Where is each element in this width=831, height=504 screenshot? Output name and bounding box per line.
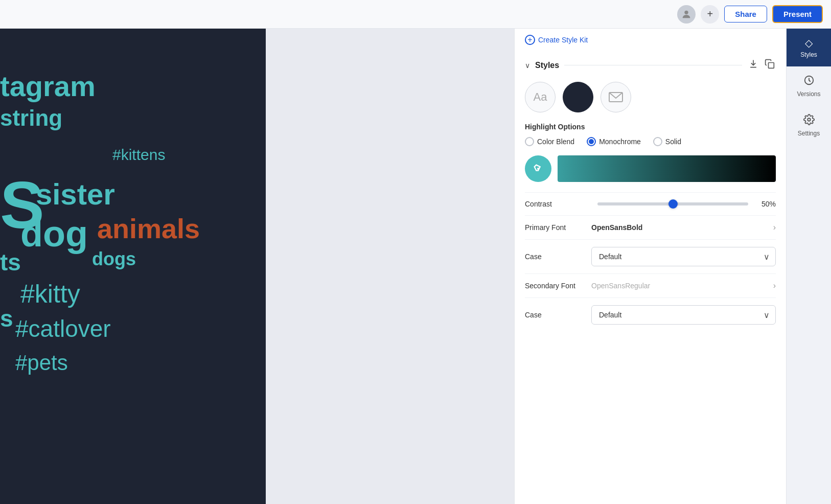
styles-nav-label: Styles [800,51,817,58]
highlight-radio-row: Color Blend Monochrome Solid [525,137,776,146]
color-gradient-bar[interactable] [558,155,776,182]
download-styles-button[interactable] [747,58,759,73]
contrast-row: Contrast 50% [525,192,776,215]
slider-track [597,202,748,205]
primary-font-value: OpenSansBold [591,223,773,232]
color-blend-radio[interactable]: Color Blend [525,137,574,146]
contrast-slider[interactable] [597,202,748,205]
svg-rect-1 [769,63,774,68]
word-cloud-word: #pets [15,351,68,375]
create-style-kit-link[interactable]: + Create Style Kit [515,29,786,45]
word-cloud-word: #kitty [20,279,80,309]
solid-label: Solid [665,138,681,146]
svg-point-3 [538,168,539,169]
sidebar-item-versions[interactable]: Versions [787,66,831,106]
main-layout: tagramstringSsister#kittensdoganimalstsd… [0,29,831,504]
monochrome-radio[interactable]: Monochrome [587,137,641,146]
primary-font-label: Primary Font [525,223,591,232]
canvas-area: tagramstringSsister#kittensdoganimalstsd… [0,29,514,504]
case-select-1[interactable]: Default Uppercase Lowercase Capitalize [591,247,776,266]
case-select-wrapper-1: Default Uppercase Lowercase Capitalize ∨ [591,247,776,266]
word-cloud-word: dogs [92,248,136,270]
styles-nav-icon: ◇ [805,37,813,49]
primary-font-row[interactable]: Primary Font OpenSansBold › [525,215,776,239]
word-cloud-word: #catlover [15,315,111,342]
create-style-kit-label: Create Style Kit [538,36,588,44]
settings-nav-label: Settings [798,130,820,137]
share-button[interactable]: Share [724,6,767,22]
styles-title: Styles [535,61,559,70]
highlight-options-label: Highlight Options [525,123,776,131]
present-button[interactable]: Present [772,5,823,23]
style-icons-row: Aa [525,82,776,112]
styles-header-divider [564,65,742,65]
contrast-label: Contrast [525,200,591,208]
color-blend-label: Color Blend [537,138,574,146]
settings-nav-icon [803,114,815,128]
sidebar-item-settings[interactable]: Settings [787,106,831,145]
sidebar-item-styles[interactable]: ◇ Styles [787,29,831,66]
styles-section: ∨ Styles Aa [515,50,786,340]
topbar: + Share Present [0,0,831,29]
monochrome-label: Monochrome [599,138,641,146]
secondary-font-value: OpenSansRegular [591,282,773,290]
monochrome-radio-inner [589,139,594,144]
font-style-icon[interactable]: Aa [525,82,556,112]
word-cloud-word: tagram [0,70,96,103]
slider-thumb[interactable] [668,199,678,209]
case-label-2: Case [525,311,591,319]
styles-header: ∨ Styles [525,58,776,73]
word-cloud-word: dog [20,213,88,255]
word-cloud-word: s [0,305,13,332]
styles-header-actions [747,58,776,73]
secondary-font-chevron-icon: › [773,281,776,290]
case-select-wrapper-2: Default Uppercase Lowercase Capitalize ∨ [591,305,776,325]
layout-style-icon[interactable] [601,82,631,112]
plus-circle-icon: + [525,35,535,45]
user-avatar [677,5,696,24]
word-cloud-word: sister [36,177,115,211]
word-cloud-word: string [0,105,62,131]
word-cloud: tagramstringSsister#kittensdoganimalstsd… [0,29,266,504]
versions-nav-label: Versions [797,90,820,98]
svg-point-5 [807,118,811,121]
color-blend-radio-outer [525,137,534,146]
svg-point-0 [685,10,688,14]
monochrome-radio-outer [587,137,596,146]
solid-radio[interactable]: Solid [653,137,681,146]
right-panel: + Create Style Kit ∨ Styles [514,29,831,504]
word-cloud-word: ts [0,248,21,276]
case-select-2[interactable]: Default Uppercase Lowercase Capitalize [591,305,776,325]
case-label-1: Case [525,253,591,261]
color-bar-row [525,155,776,182]
versions-nav-icon [803,75,815,88]
side-nav: ◇ Styles Versions Settings [786,29,831,504]
styles-panel: + Create Style Kit ∨ Styles [514,29,786,504]
secondary-font-row[interactable]: Secondary Font OpenSansRegular › [525,273,776,297]
case-row-2: Case Default Uppercase Lowercase Capital… [525,297,776,332]
styles-chevron-icon[interactable]: ∨ [525,61,530,70]
word-cloud-word: animals [97,213,200,244]
secondary-font-label: Secondary Font [525,282,591,290]
solid-radio-outer [653,137,662,146]
case-row-1: Case Default Uppercase Lowercase Capital… [525,239,776,273]
primary-font-chevron-icon: › [773,223,776,232]
copy-styles-button[interactable] [764,58,776,73]
color-style-icon[interactable] [563,82,593,112]
color-swatch-button[interactable] [525,155,551,182]
contrast-value: 50% [754,200,776,208]
add-button[interactable]: + [701,5,719,24]
word-cloud-word: #kittens [112,146,165,164]
